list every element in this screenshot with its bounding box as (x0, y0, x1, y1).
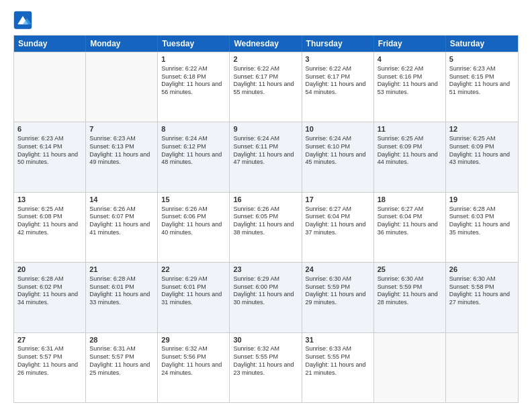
day-number: 16 (233, 195, 298, 205)
day-header-saturday: Saturday (446, 36, 518, 52)
cell-info: Sunrise: 6:28 AM Sunset: 6:01 PM Dayligh… (89, 275, 154, 307)
day-cell-30: 30Sunrise: 6:32 AM Sunset: 5:55 PM Dayli… (230, 333, 302, 402)
cell-info: Sunrise: 6:26 AM Sunset: 6:07 PM Dayligh… (89, 205, 154, 237)
cell-info: Sunrise: 6:22 AM Sunset: 6:18 PM Dayligh… (161, 65, 226, 97)
cell-info: Sunrise: 6:22 AM Sunset: 6:16 PM Dayligh… (378, 65, 442, 97)
cell-info: Sunrise: 6:25 AM Sunset: 6:09 PM Dayligh… (449, 135, 515, 167)
cell-info: Sunrise: 6:30 AM Sunset: 5:58 PM Dayligh… (449, 275, 515, 307)
day-number: 27 (17, 335, 82, 345)
day-cell-23: 23Sunrise: 6:29 AM Sunset: 6:00 PM Dayli… (230, 263, 302, 332)
day-number: 13 (17, 195, 82, 205)
day-cell-18: 18Sunrise: 6:27 AM Sunset: 6:04 PM Dayli… (374, 193, 446, 262)
day-cell-8: 8Sunrise: 6:24 AM Sunset: 6:12 PM Daylig… (158, 122, 230, 191)
cell-info: Sunrise: 6:26 AM Sunset: 6:06 PM Dayligh… (161, 205, 226, 237)
day-number: 12 (449, 124, 515, 134)
day-cell-16: 16Sunrise: 6:26 AM Sunset: 6:05 PM Dayli… (230, 193, 302, 262)
day-cell-4: 4Sunrise: 6:22 AM Sunset: 6:16 PM Daylig… (374, 52, 446, 122)
cell-info: Sunrise: 6:31 AM Sunset: 5:57 PM Dayligh… (89, 345, 154, 377)
day-number: 26 (449, 265, 515, 275)
day-header-monday: Monday (86, 36, 158, 52)
day-cell-12: 12Sunrise: 6:25 AM Sunset: 6:09 PM Dayli… (446, 122, 518, 191)
logo (13, 11, 35, 30)
day-cell-22: 22Sunrise: 6:29 AM Sunset: 6:01 PM Dayli… (158, 263, 230, 332)
day-cell-15: 15Sunrise: 6:26 AM Sunset: 6:06 PM Dayli… (158, 193, 230, 262)
day-number: 30 (233, 335, 298, 345)
day-cell-27: 27Sunrise: 6:31 AM Sunset: 5:57 PM Dayli… (14, 333, 86, 402)
calendar-row-2: 13Sunrise: 6:25 AM Sunset: 6:08 PM Dayli… (14, 192, 518, 262)
day-number: 5 (449, 54, 515, 64)
day-number: 7 (89, 124, 154, 134)
logo-icon (13, 11, 32, 30)
cell-info: Sunrise: 6:29 AM Sunset: 6:00 PM Dayligh… (233, 275, 298, 307)
day-number: 18 (378, 195, 442, 205)
cell-info: Sunrise: 6:32 AM Sunset: 5:55 PM Dayligh… (233, 345, 298, 377)
day-number: 11 (378, 124, 442, 134)
day-header-tuesday: Tuesday (158, 36, 230, 52)
day-number: 3 (306, 54, 370, 64)
cell-info: Sunrise: 6:24 AM Sunset: 6:11 PM Dayligh… (233, 135, 298, 167)
day-cell-25: 25Sunrise: 6:30 AM Sunset: 5:59 PM Dayli… (374, 263, 446, 332)
calendar-page: SundayMondayTuesdayWednesdayThursdayFrid… (0, 0, 532, 411)
cell-info: Sunrise: 6:30 AM Sunset: 5:59 PM Dayligh… (306, 275, 370, 307)
day-number: 19 (449, 195, 515, 205)
calendar-header: SundayMondayTuesdayWednesdayThursdayFrid… (14, 36, 518, 52)
day-number: 31 (306, 335, 370, 345)
day-cell-9: 9Sunrise: 6:24 AM Sunset: 6:11 PM Daylig… (230, 122, 302, 191)
day-number: 14 (89, 195, 154, 205)
day-number: 9 (233, 124, 298, 134)
empty-cell (374, 333, 446, 402)
day-cell-10: 10Sunrise: 6:24 AM Sunset: 6:10 PM Dayli… (302, 122, 374, 191)
day-cell-17: 17Sunrise: 6:27 AM Sunset: 6:04 PM Dayli… (302, 193, 374, 262)
cell-info: Sunrise: 6:30 AM Sunset: 5:59 PM Dayligh… (378, 275, 442, 307)
day-number: 6 (17, 124, 82, 134)
day-cell-11: 11Sunrise: 6:25 AM Sunset: 6:09 PM Dayli… (374, 122, 446, 191)
day-cell-2: 2Sunrise: 6:22 AM Sunset: 6:17 PM Daylig… (230, 52, 302, 122)
day-cell-28: 28Sunrise: 6:31 AM Sunset: 5:57 PM Dayli… (86, 333, 158, 402)
day-number: 4 (378, 54, 442, 64)
day-number: 23 (233, 265, 298, 275)
empty-cell (446, 333, 518, 402)
day-cell-21: 21Sunrise: 6:28 AM Sunset: 6:01 PM Dayli… (86, 263, 158, 332)
cell-info: Sunrise: 6:24 AM Sunset: 6:10 PM Dayligh… (306, 135, 370, 167)
day-header-sunday: Sunday (14, 36, 86, 52)
cell-info: Sunrise: 6:22 AM Sunset: 6:17 PM Dayligh… (306, 65, 370, 97)
day-number: 17 (306, 195, 370, 205)
day-cell-5: 5Sunrise: 6:23 AM Sunset: 6:15 PM Daylig… (446, 52, 518, 122)
calendar-row-1: 6Sunrise: 6:23 AM Sunset: 6:14 PM Daylig… (14, 122, 518, 191)
day-header-friday: Friday (374, 36, 446, 52)
day-number: 25 (378, 265, 442, 275)
header (13, 11, 519, 30)
calendar-row-4: 27Sunrise: 6:31 AM Sunset: 5:57 PM Dayli… (14, 332, 518, 402)
cell-info: Sunrise: 6:29 AM Sunset: 6:01 PM Dayligh… (161, 275, 226, 307)
cell-info: Sunrise: 6:28 AM Sunset: 6:03 PM Dayligh… (449, 205, 515, 237)
day-number: 24 (306, 265, 370, 275)
day-number: 22 (161, 265, 226, 275)
calendar-row-3: 20Sunrise: 6:28 AM Sunset: 6:02 PM Dayli… (14, 262, 518, 332)
day-number: 21 (89, 265, 154, 275)
day-header-thursday: Thursday (302, 36, 374, 52)
day-cell-3: 3Sunrise: 6:22 AM Sunset: 6:17 PM Daylig… (302, 52, 374, 122)
day-number: 20 (17, 265, 82, 275)
day-cell-20: 20Sunrise: 6:28 AM Sunset: 6:02 PM Dayli… (14, 263, 86, 332)
day-number: 28 (89, 335, 154, 345)
day-cell-7: 7Sunrise: 6:23 AM Sunset: 6:13 PM Daylig… (86, 122, 158, 191)
day-cell-29: 29Sunrise: 6:32 AM Sunset: 5:56 PM Dayli… (158, 333, 230, 402)
empty-cell (14, 52, 86, 122)
cell-info: Sunrise: 6:22 AM Sunset: 6:17 PM Dayligh… (233, 65, 298, 97)
day-number: 8 (161, 124, 226, 134)
cell-info: Sunrise: 6:31 AM Sunset: 5:57 PM Dayligh… (17, 345, 82, 377)
day-number: 1 (161, 54, 226, 64)
empty-cell (86, 52, 158, 122)
cell-info: Sunrise: 6:33 AM Sunset: 5:55 PM Dayligh… (306, 345, 370, 377)
cell-info: Sunrise: 6:24 AM Sunset: 6:12 PM Dayligh… (161, 135, 226, 167)
day-cell-13: 13Sunrise: 6:25 AM Sunset: 6:08 PM Dayli… (14, 193, 86, 262)
day-cell-31: 31Sunrise: 6:33 AM Sunset: 5:55 PM Dayli… (302, 333, 374, 402)
cell-info: Sunrise: 6:23 AM Sunset: 6:14 PM Dayligh… (17, 135, 82, 167)
cell-info: Sunrise: 6:32 AM Sunset: 5:56 PM Dayligh… (161, 345, 226, 377)
cell-info: Sunrise: 6:23 AM Sunset: 6:15 PM Dayligh… (449, 65, 515, 97)
calendar-body: 1Sunrise: 6:22 AM Sunset: 6:18 PM Daylig… (14, 52, 518, 402)
cell-info: Sunrise: 6:27 AM Sunset: 6:04 PM Dayligh… (306, 205, 370, 237)
day-cell-19: 19Sunrise: 6:28 AM Sunset: 6:03 PM Dayli… (446, 193, 518, 262)
cell-info: Sunrise: 6:23 AM Sunset: 6:13 PM Dayligh… (89, 135, 154, 167)
cell-info: Sunrise: 6:25 AM Sunset: 6:09 PM Dayligh… (378, 135, 442, 167)
